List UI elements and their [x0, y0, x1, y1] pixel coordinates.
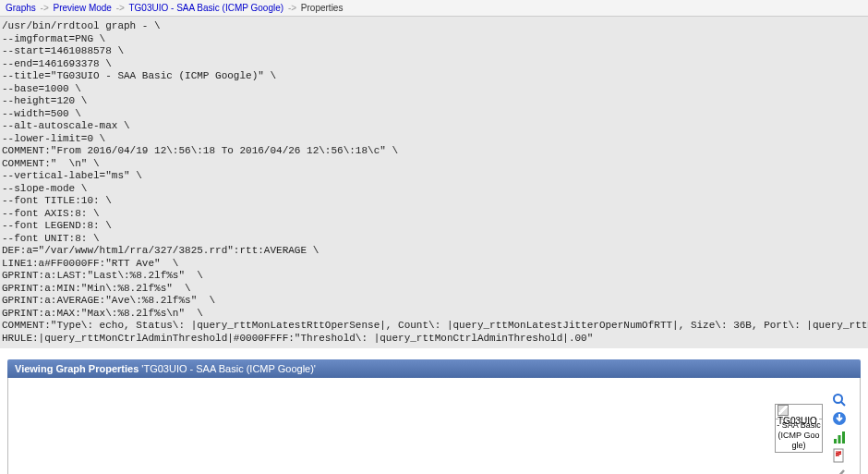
rrdtool-debug-output: /usr/bin/rrdtool graph - \ --imgformat=P… [0, 17, 868, 348]
svg-line-1 [841, 402, 845, 406]
download-csv-icon[interactable] [832, 411, 847, 426]
content: Viewing Graph Properties 'TG03UIO - SAA … [0, 348, 868, 474]
breadcrumb-node[interactable]: TG03UIO - SAA Basic (ICMP Google) [128, 3, 283, 13]
breadcrumb-sep: -> [288, 3, 296, 13]
broken-image-icon: TG03UIO [776, 405, 822, 419]
panel-body: TG03UIO - SAA Basic (ICMP Google) [7, 378, 861, 474]
breadcrumb-properties: Properties [301, 3, 344, 13]
thumb-alt: TG03UIO [778, 416, 817, 426]
enable-disable-icon[interactable] [832, 467, 847, 474]
panel-header: Viewing Graph Properties 'TG03UIO - SAA … [7, 359, 861, 378]
zoom-icon[interactable] [832, 393, 847, 407]
breadcrumb-sep: -> [41, 3, 49, 13]
svg-rect-4 [838, 435, 841, 444]
graph-source-icon[interactable] [832, 430, 847, 444]
panel-title-prefix: Viewing Graph Properties [15, 363, 139, 374]
action-icons [832, 393, 847, 474]
svg-rect-5 [842, 431, 845, 444]
svg-point-0 [834, 395, 842, 403]
svg-rect-3 [834, 439, 837, 444]
breadcrumb-preview-mode[interactable]: Preview Mode [54, 3, 112, 13]
breadcrumb-graphs[interactable]: Graphs [6, 3, 36, 13]
graph-thumbnail[interactable]: TG03UIO - SAA Basic (ICMP Google) [775, 404, 823, 453]
breadcrumb: Graphs -> Preview Mode -> TG03UIO - SAA … [0, 0, 868, 17]
page-top-icon[interactable] [832, 448, 847, 463]
breadcrumb-sep: -> [116, 3, 125, 13]
panel-title-name: 'TG03UIO - SAA Basic (ICMP Google)' [141, 363, 316, 374]
